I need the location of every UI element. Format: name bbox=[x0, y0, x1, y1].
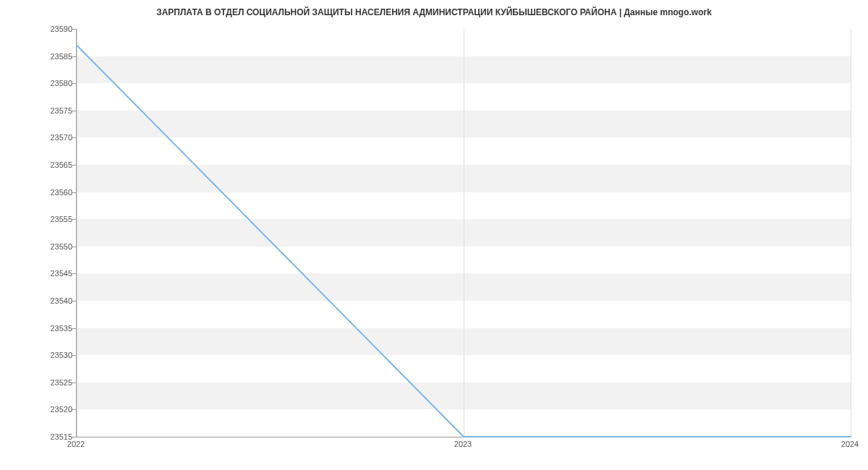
series-line bbox=[77, 46, 851, 437]
line-chart: ЗАРПЛАТА В ОТДЕЛ СОЦИАЛЬНОЙ ЗАЩИТЫ НАСЕЛ… bbox=[0, 0, 868, 470]
y-tick-mark bbox=[72, 165, 76, 166]
y-tick-label: 23580 bbox=[0, 79, 72, 87]
y-tick-label: 23560 bbox=[0, 188, 72, 197]
plot-area bbox=[76, 29, 851, 437]
y-tick-mark bbox=[72, 409, 76, 410]
y-tick-mark bbox=[72, 29, 76, 30]
y-tick-mark bbox=[72, 328, 76, 329]
y-tick-mark bbox=[72, 111, 76, 111]
x-tick-label: 2022 bbox=[67, 440, 85, 448]
y-tick-mark bbox=[72, 219, 76, 220]
y-tick-mark bbox=[72, 137, 76, 138]
y-tick-label: 23585 bbox=[0, 52, 72, 61]
y-tick-mark bbox=[72, 56, 76, 57]
y-tick-mark bbox=[72, 355, 76, 356]
y-tick-label: 23520 bbox=[0, 405, 72, 414]
series-layer bbox=[77, 29, 851, 437]
y-tick-mark bbox=[72, 437, 76, 437]
x-tick-label: 2024 bbox=[841, 440, 859, 448]
y-tick-label: 23550 bbox=[0, 242, 72, 251]
y-tick-label: 23515 bbox=[0, 432, 72, 441]
y-tick-mark bbox=[72, 192, 76, 193]
y-tick-label: 23535 bbox=[0, 324, 72, 333]
y-tick-label: 23570 bbox=[0, 133, 72, 142]
x-tick-label: 2023 bbox=[454, 440, 472, 448]
y-tick-mark bbox=[72, 273, 76, 274]
gridline-vertical bbox=[851, 29, 851, 437]
y-tick-label: 23525 bbox=[0, 378, 72, 387]
y-tick-mark bbox=[72, 83, 76, 84]
y-tick-label: 23590 bbox=[0, 25, 72, 33]
y-tick-label: 23565 bbox=[0, 161, 72, 169]
y-tick-label: 23530 bbox=[0, 351, 72, 359]
y-tick-label: 23555 bbox=[0, 215, 72, 223]
y-tick-mark bbox=[72, 301, 76, 302]
y-tick-label: 23540 bbox=[0, 296, 72, 305]
y-tick-label: 23545 bbox=[0, 269, 72, 278]
y-tick-mark bbox=[72, 247, 76, 247]
y-tick-mark bbox=[72, 383, 76, 383]
y-tick-label: 23575 bbox=[0, 106, 72, 115]
chart-title: ЗАРПЛАТА В ОТДЕЛ СОЦИАЛЬНОЙ ЗАЩИТЫ НАСЕЛ… bbox=[0, 7, 868, 17]
